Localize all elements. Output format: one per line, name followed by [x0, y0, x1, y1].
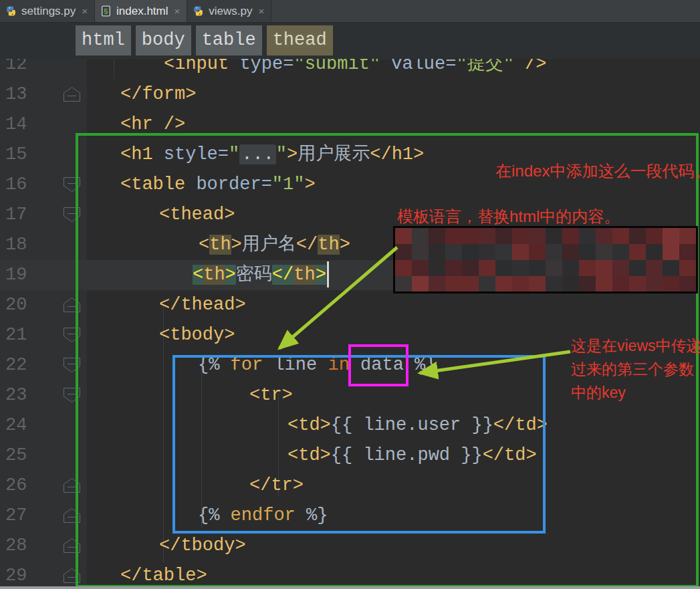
code-line-17[interactable]: <thead> — [159, 200, 235, 230]
line-number: 26 — [5, 471, 52, 501]
fold-end-marker-icon[interactable] — [63, 86, 81, 105]
line-number: 28 — [5, 531, 52, 561]
fold-end-marker-icon[interactable] — [63, 297, 81, 316]
window-bottom-edge — [0, 586, 700, 589]
code-token: endfor — [231, 505, 296, 525]
annotation-arrows — [0, 0, 700, 589]
tab-settings-py[interactable]: settings.py× — [0, 0, 95, 22]
redacted-content — [393, 226, 698, 293]
ide-window: 12<input type="submit" value="提交" />13</… — [0, 0, 700, 589]
line-number: 16 — [5, 170, 52, 200]
code-token: <tbody> — [159, 325, 235, 345]
tab-label: views.py — [209, 5, 252, 18]
tab-views-py[interactable]: views.py× — [187, 0, 271, 22]
annotation-note-template-lang: 模板语言，替换html中的内容。 — [397, 206, 620, 227]
code-line-24[interactable]: <td>{{ line.user }}</td> — [287, 410, 548, 441]
fold-end-marker-icon[interactable] — [63, 538, 81, 556]
code-token: > — [316, 265, 326, 285]
code-token: 用户展示 — [298, 144, 370, 164]
code-token: </ — [272, 265, 294, 285]
text-caret — [327, 261, 329, 287]
code-line-14[interactable]: <hr /> — [120, 110, 185, 140]
code-line-25[interactable]: <td>{{ line.pwd }}</td> — [287, 441, 537, 471]
fold-start-marker-icon[interactable] — [63, 357, 81, 376]
code-token: data — [360, 355, 404, 375]
python-file-icon — [5, 5, 17, 17]
breadcrumb-item-table[interactable]: table — [196, 25, 262, 55]
fold-end-marker-icon[interactable] — [63, 507, 81, 526]
code-token: }} — [461, 415, 493, 435]
breadcrumb-item-thead[interactable]: thead — [267, 25, 333, 55]
line-number: 14 — [5, 110, 52, 140]
fold-start-marker-icon[interactable] — [63, 327, 81, 346]
tab-label: settings.py — [21, 5, 76, 18]
code-token: " — [229, 144, 239, 164]
code-line-22[interactable]: {% for line in data %} — [198, 350, 436, 380]
code-line-20[interactable]: </thead> — [159, 290, 246, 320]
code-token: <h1 — [120, 144, 164, 164]
code-token: <thead> — [159, 205, 235, 225]
breadcrumb-item-body[interactable]: body — [136, 25, 191, 55]
tab-index-html[interactable]: 5index.html× — [95, 0, 187, 22]
code-token: line.pwd — [363, 445, 450, 465]
line-number: 15 — [5, 140, 52, 170]
close-icon[interactable]: × — [82, 5, 88, 17]
line-number: 23 — [5, 380, 52, 410]
code-token: <table — [120, 174, 196, 195]
code-token: {% — [198, 505, 231, 525]
fold-start-marker-icon[interactable] — [63, 207, 81, 225]
code-token: </table> — [120, 566, 207, 586]
code-token: </h1> — [370, 144, 424, 164]
line-number: 13 — [5, 80, 52, 110]
fold-start-marker-icon[interactable] — [63, 387, 81, 406]
code-token: > — [231, 235, 242, 255]
line-number: 19 — [5, 260, 52, 290]
breadcrumb: htmlbodytablethead — [0, 22, 700, 59]
code-token: < — [199, 235, 209, 255]
code-token — [317, 355, 328, 375]
code-line-15[interactable]: <h1 style="...">用户展示</h1> — [120, 140, 424, 170]
code-line-13[interactable]: </form> — [120, 80, 196, 110]
code-token: 密码 — [236, 265, 272, 285]
code-token: {{ — [331, 445, 364, 465]
indent-guide — [114, 59, 114, 79]
code-token: </td> — [483, 445, 537, 465]
code-token — [350, 355, 360, 375]
code-token: > — [304, 174, 315, 195]
code-line-23[interactable]: <tr> — [249, 380, 293, 410]
code-token: < — [193, 265, 203, 285]
code-line-27[interactable]: {% endfor %} — [198, 501, 328, 531]
code-token: </ — [296, 235, 318, 255]
line-number: 29 — [5, 561, 52, 589]
fold-end-marker-icon[interactable] — [63, 477, 81, 496]
breadcrumb-item-html[interactable]: html — [76, 25, 131, 55]
code-token: %} — [296, 505, 328, 525]
annotation-note-views-key: 这是在views中传递过来的第三个参数中的key — [571, 334, 700, 404]
python-file-icon — [193, 5, 204, 17]
code-token: <hr /> — [120, 114, 185, 134]
code-line-26[interactable]: </tr> — [249, 471, 304, 501]
code-line-18[interactable]: <th>用户名</th> — [199, 230, 350, 260]
annotation-note-add-code: 在index中添加这么一段代码。 — [495, 160, 700, 182]
code-token: th — [318, 235, 339, 255]
code-line-21[interactable]: <tbody> — [159, 320, 235, 350]
code-line-19[interactable]: <th>密码</th> — [193, 260, 326, 290]
code-token: "1" — [272, 174, 305, 195]
close-icon[interactable]: × — [258, 5, 264, 17]
line-number: 21 — [5, 320, 52, 350]
code-token: in — [328, 355, 349, 375]
code-token: line — [273, 355, 317, 375]
code-line-29[interactable]: </table> — [120, 561, 207, 589]
code-token: <td> — [287, 445, 331, 465]
line-number: 22 — [5, 350, 52, 380]
code-token: > — [225, 265, 236, 285]
code-token: 用户名 — [242, 235, 296, 255]
line-number: 18 — [5, 230, 52, 260]
code-token: for — [231, 355, 263, 375]
fold-start-marker-icon[interactable] — [63, 176, 81, 195]
close-icon[interactable]: × — [174, 5, 181, 17]
fold-end-marker-icon[interactable] — [63, 568, 81, 586]
code-line-16[interactable]: <table border="1"> — [120, 170, 316, 200]
code-line-28[interactable]: </tbody> — [159, 531, 246, 561]
line-number: 27 — [5, 501, 52, 531]
